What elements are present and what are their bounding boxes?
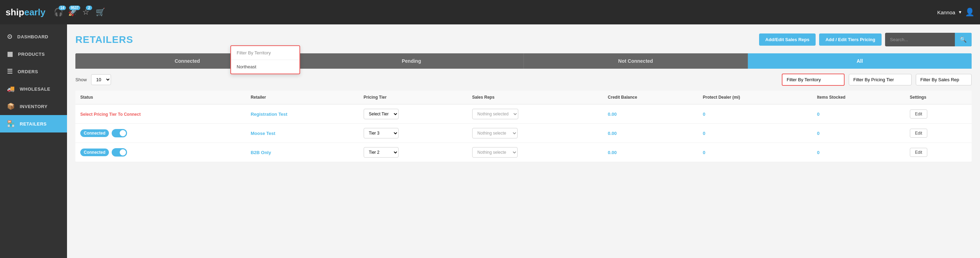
connected-toggle-row3: Connected xyxy=(80,148,241,157)
table-row: Select Pricing Tier To Connect Registrat… xyxy=(75,104,972,124)
edit-button-row1[interactable]: Edit xyxy=(910,109,928,119)
sidebar-label-inventory: Inventory xyxy=(20,104,48,109)
row3-items: 0 xyxy=(812,143,905,162)
nav-right: Kannoa ▼ 👤 xyxy=(937,8,974,17)
row1-sales-reps: Nothing selected xyxy=(467,104,603,124)
row1-retailer: Registration Test xyxy=(246,104,359,124)
search-box: 🔍 xyxy=(885,33,972,46)
star-badge: 2 xyxy=(86,6,92,10)
tier-select-row3[interactable]: Select Tier Tier 1 Tier 2 Tier 3 xyxy=(364,147,399,158)
tab-all[interactable]: All xyxy=(748,53,972,69)
user-avatar-icon[interactable]: 👤 xyxy=(965,8,974,17)
logo[interactable]: shipearly xyxy=(6,7,45,18)
retailers-table-wrap: Status Retailer Pricing Tier Sales Reps … xyxy=(75,91,972,162)
user-name: Kannoa xyxy=(937,9,955,15)
sidebar-item-retailers[interactable]: 🏪 Retailers xyxy=(0,115,67,133)
row3-pricing-tier: Select Tier Tier 1 Tier 2 Tier 3 xyxy=(359,143,467,162)
logo-early: early xyxy=(24,7,45,18)
connected-label-row2: Connected xyxy=(80,129,109,137)
table-header-row: Status Retailer Pricing Tier Sales Reps … xyxy=(75,91,972,104)
row3-sales-reps: Nothing selecte xyxy=(467,143,603,162)
tab-pending[interactable]: Pending xyxy=(299,53,523,69)
sidebar-item-products[interactable]: ▦ Products xyxy=(0,45,67,63)
filter-pricing-select[interactable]: Filter By Pricing Tier xyxy=(849,74,912,85)
search-input[interactable] xyxy=(885,33,955,46)
tabs-bar: Connected Pending Not Connected All xyxy=(75,53,972,69)
toggle-pill-row3[interactable] xyxy=(112,148,127,157)
sales-rep-select-row1[interactable]: Nothing selected xyxy=(472,109,518,119)
row3-retailer: B2B Only xyxy=(246,143,359,162)
col-retailer: Retailer xyxy=(246,91,359,104)
sidebar-label-wholesale: Wholesale xyxy=(20,87,51,92)
header-actions: Add/Edit Sales Reps Add / Edit Tiers Pri… xyxy=(759,33,972,46)
filter-territory-wrap: Filter By Territory Northeast xyxy=(782,74,845,86)
connected-toggle-row2: Connected xyxy=(80,129,241,138)
nav-star-icon[interactable]: ☆ 2 xyxy=(83,8,89,17)
row3-settings: Edit xyxy=(905,143,972,162)
row1-credit: 0.00 xyxy=(603,104,698,124)
tab-not-connected[interactable]: Not Connected xyxy=(524,53,748,69)
inventory-icon: 📦 xyxy=(7,103,15,110)
tier-select-row2[interactable]: Select Tier Tier 1 Tier 2 Tier 3 xyxy=(364,128,399,138)
retailer-link-moose[interactable]: Moose Test xyxy=(251,131,275,136)
tier-select-row1[interactable]: Select Tier Tier 1 Tier 2 Tier 3 xyxy=(364,109,399,119)
sidebar-label-products: Products xyxy=(18,52,45,57)
sidebar-label-retailers: Retailers xyxy=(20,121,47,127)
retailers-table: Status Retailer Pricing Tier Sales Reps … xyxy=(75,91,972,162)
row1-pricing-tier: Select Tier Tier 1 Tier 2 Tier 3 xyxy=(359,104,467,124)
add-sales-reps-button[interactable]: Add/Edit Sales Reps xyxy=(759,33,816,46)
edit-button-row3[interactable]: Edit xyxy=(910,148,928,157)
page-title: RETAILERS xyxy=(75,34,133,45)
logo-ship: ship xyxy=(6,7,24,18)
user-chevron-icon[interactable]: ▼ xyxy=(958,10,962,15)
col-pricing-tier: Pricing Tier xyxy=(359,91,467,104)
table-row: Connected B2B Only Select Tier Tier 1 Ti… xyxy=(75,143,972,162)
show-count-select[interactable]: 10 25 50 xyxy=(91,74,111,85)
filter-pricing-wrap: Filter By Pricing Tier xyxy=(849,74,912,85)
nav-rocket-icon[interactable]: 🚀 9537 xyxy=(68,8,78,17)
search-button[interactable]: 🔍 xyxy=(955,33,972,46)
sales-rep-select-row2[interactable]: Nothing selecte xyxy=(472,128,517,138)
territory-option-northeast[interactable]: Northeast xyxy=(231,60,299,74)
rocket-badge: 9537 xyxy=(69,6,80,10)
table-row: Connected Moose Test Select Tier Tier 1 … xyxy=(75,124,972,143)
row2-protect: 0 xyxy=(698,124,812,143)
show-label: Show xyxy=(75,77,87,82)
filter-sales-select[interactable]: Filter By Sales Rep xyxy=(916,74,972,85)
orders-icon: ☰ xyxy=(7,68,13,75)
col-credit-balance: Credit Balance xyxy=(603,91,698,104)
row2-settings: Edit xyxy=(905,124,972,143)
territory-dropdown-header: Filter By Territory xyxy=(231,46,299,60)
cart-icon[interactable]: 🛒 xyxy=(95,8,105,17)
col-protect-dealer: Protect Dealer (mi) xyxy=(698,91,812,104)
main-content: RETAILERS Add/Edit Sales Reps Add / Edit… xyxy=(67,24,980,258)
status-select-tier: Select Pricing Tier To Connect xyxy=(80,112,141,117)
sidebar-item-dashboard[interactable]: ⊙ Dashboard xyxy=(0,28,67,45)
add-pricing-tiers-button[interactable]: Add / Edit Tiers Pricing xyxy=(819,33,881,46)
retailers-icon: 🏪 xyxy=(7,120,15,128)
row3-status: Connected xyxy=(75,143,246,162)
sidebar-item-orders[interactable]: ☰ Orders xyxy=(0,63,67,80)
row1-status: Select Pricing Tier To Connect xyxy=(75,104,246,124)
retailer-link-registration[interactable]: Registration Test xyxy=(251,112,287,117)
sidebar: ⊙ Dashboard ▦ Products ☰ Orders 🚚 Wholes… xyxy=(0,24,67,258)
sidebar-item-inventory[interactable]: 📦 Inventory xyxy=(0,98,67,115)
row2-retailer: Moose Test xyxy=(246,124,359,143)
col-status: Status xyxy=(75,91,246,104)
dashboard-icon: ⊙ xyxy=(7,33,13,40)
row2-sales-reps: Nothing selecte xyxy=(467,124,603,143)
toggle-pill-row2[interactable] xyxy=(112,129,127,138)
edit-button-row2[interactable]: Edit xyxy=(910,129,928,138)
col-items-stocked: Items Stocked xyxy=(812,91,905,104)
page-header: RETAILERS Add/Edit Sales Reps Add / Edit… xyxy=(75,33,972,46)
sidebar-item-wholesale[interactable]: 🚚 Wholesale xyxy=(0,80,67,98)
col-sales-reps: Sales Reps xyxy=(467,91,603,104)
retailer-link-b2b[interactable]: B2B Only xyxy=(251,150,271,155)
nav-icons: 🎧 14 🚀 9537 ☆ 2 🛒 xyxy=(54,8,937,17)
nav-headset-icon[interactable]: 🎧 14 xyxy=(54,8,63,17)
sales-rep-select-row3[interactable]: Nothing selecte xyxy=(472,147,517,158)
filter-territory-select[interactable]: Filter By Territory Northeast xyxy=(782,74,845,86)
filter-sales-wrap: Filter By Sales Rep xyxy=(916,74,972,85)
row1-protect: 0 xyxy=(698,104,812,124)
row2-pricing-tier: Select Tier Tier 1 Tier 2 Tier 3 xyxy=(359,124,467,143)
